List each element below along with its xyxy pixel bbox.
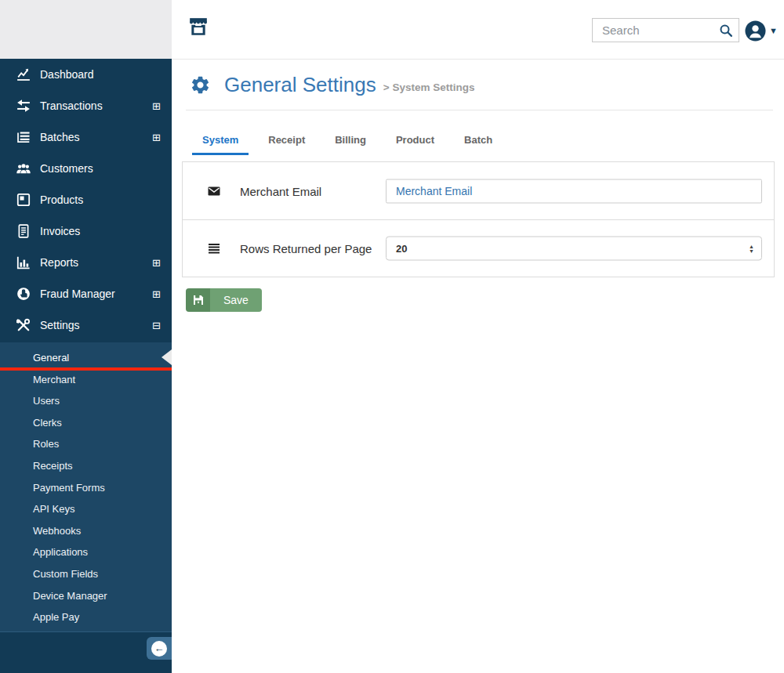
save-button[interactable]: Save xyxy=(186,288,262,312)
settings-form-card: Merchant Email Rows Returned per Page 20… xyxy=(182,161,775,277)
bar-chart-icon xyxy=(16,255,31,270)
field-label-rows-per-page: Rows Returned per Page xyxy=(240,242,372,255)
collapse-sidebar-button[interactable]: ← xyxy=(147,637,172,660)
page-title: General Settings xyxy=(224,73,376,97)
submenu-label: Payment Forms xyxy=(33,482,105,494)
submenu-item-users[interactable]: Users xyxy=(0,390,172,412)
submenu-label: Receipts xyxy=(33,460,73,472)
sidebar-item-label: Settings xyxy=(40,319,80,331)
settings-submenu: General Merchant Users Clerks Roles Rece… xyxy=(0,342,172,631)
tab-system[interactable]: System xyxy=(192,134,249,155)
submenu-item-device-manager[interactable]: Device Manager xyxy=(0,585,172,607)
hand-stop-icon xyxy=(16,287,31,301)
swap-arrows-icon xyxy=(16,99,31,113)
sidebar: Dashboard Transactions ⊞ Batches ⊞ xyxy=(0,0,172,673)
merchant-email-input[interactable] xyxy=(386,179,762,203)
breadcrumb-separator: > xyxy=(383,81,390,93)
submenu-label: General xyxy=(33,352,69,364)
breadcrumb: >System Settings xyxy=(383,81,475,93)
submenu-label: Clerks xyxy=(33,417,62,429)
sidebar-item-label: Fraud Manager xyxy=(40,288,115,300)
submenu-item-roles[interactable]: Roles xyxy=(0,433,172,455)
sidebar-item-batches[interactable]: Batches ⊞ xyxy=(0,121,172,153)
sidebar-nav: Dashboard Transactions ⊞ Batches ⊞ xyxy=(0,59,172,341)
rows-icon xyxy=(208,243,220,254)
submenu-item-payment-forms[interactable]: Payment Forms xyxy=(0,477,172,499)
title-divider xyxy=(186,110,773,110)
rows-per-page-select[interactable]: 20 ▲▼ xyxy=(386,237,762,261)
users-icon xyxy=(16,161,31,175)
submenu-label: Merchant xyxy=(33,374,75,385)
search-input[interactable] xyxy=(593,19,739,42)
gear-icon xyxy=(190,74,211,96)
submenu-item-webhooks[interactable]: Webhooks xyxy=(0,520,172,542)
submenu-item-custom-fields[interactable]: Custom Fields xyxy=(0,563,172,585)
storefront-icon[interactable] xyxy=(188,16,209,40)
select-value: 20 xyxy=(396,243,407,255)
submenu-label: Roles xyxy=(33,438,59,450)
sidebar-item-label: Reports xyxy=(40,256,78,269)
search-box xyxy=(592,18,739,42)
topbar: ▼ xyxy=(172,0,784,60)
sidebar-logo-area xyxy=(0,0,172,59)
submenu-label: Custom Fields xyxy=(33,568,98,580)
sidebar-item-settings[interactable]: Settings ⊟ xyxy=(0,309,172,341)
submenu-item-clerks[interactable]: Clerks xyxy=(0,412,172,434)
tab-product[interactable]: Product xyxy=(386,134,445,155)
invoice-icon xyxy=(16,224,31,238)
submenu-item-applications[interactable]: Applications xyxy=(0,541,172,563)
sidebar-item-invoices[interactable]: Invoices xyxy=(0,215,172,247)
form-row-merchant-email: Merchant Email xyxy=(183,162,774,219)
sidebar-item-reports[interactable]: Reports ⊞ xyxy=(0,247,172,278)
tab-billing[interactable]: Billing xyxy=(325,134,376,155)
sidebar-item-fraud-manager[interactable]: Fraud Manager ⊞ xyxy=(0,278,172,309)
sidebar-item-label: Transactions xyxy=(40,100,103,112)
main-content: General Settings >System Settings System… xyxy=(172,60,784,673)
breadcrumb-label: System Settings xyxy=(393,81,475,93)
expand-icon[interactable]: ⊞ xyxy=(152,258,161,268)
arrow-left-icon: ← xyxy=(151,641,167,657)
submenu-item-receipts[interactable]: Receipts xyxy=(0,455,172,477)
submenu-label: Apple Pay xyxy=(33,611,79,623)
sidebar-item-transactions[interactable]: Transactions ⊞ xyxy=(0,90,172,121)
sidebar-item-customers[interactable]: Customers xyxy=(0,153,172,184)
user-avatar-icon[interactable] xyxy=(745,20,766,42)
sidebar-item-label: Products xyxy=(40,194,83,206)
submenu-label: Applications xyxy=(33,546,88,558)
submenu-label: Webhooks xyxy=(33,525,81,537)
app-root: Dashboard Transactions ⊞ Batches ⊞ xyxy=(0,0,784,673)
submenu-item-api-keys[interactable]: API Keys xyxy=(0,498,172,520)
submenu-label: API Keys xyxy=(33,503,74,515)
select-stepper-icon: ▲▼ xyxy=(749,244,754,253)
tab-batch[interactable]: Batch xyxy=(454,134,503,155)
sidebar-footer: ← xyxy=(0,631,172,673)
tools-icon xyxy=(16,318,31,332)
search-icon[interactable] xyxy=(719,24,733,38)
sidebar-item-label: Customers xyxy=(40,162,93,175)
box-icon xyxy=(16,193,31,207)
submenu-label: Device Manager xyxy=(33,590,107,602)
submenu-item-apple-pay[interactable]: Apple Pay xyxy=(0,606,172,628)
submenu-item-merchant[interactable]: Merchant xyxy=(0,369,172,391)
sidebar-item-label: Dashboard xyxy=(40,68,94,81)
batch-list-icon xyxy=(16,130,31,144)
sidebar-item-label: Invoices xyxy=(40,225,80,237)
save-label: Save xyxy=(210,288,262,312)
submenu-label: Users xyxy=(33,395,60,407)
form-row-rows-per-page: Rows Returned per Page 20 ▲▼ xyxy=(183,219,774,277)
sidebar-item-dashboard[interactable]: Dashboard xyxy=(0,59,172,90)
expand-icon[interactable]: ⊞ xyxy=(152,101,161,111)
sidebar-item-products[interactable]: Products xyxy=(0,184,172,215)
envelope-icon xyxy=(208,186,220,197)
expand-icon[interactable]: ⊞ xyxy=(152,132,161,143)
page-header: General Settings >System Settings xyxy=(172,60,784,110)
tab-receipt[interactable]: Receipt xyxy=(258,134,315,155)
collapse-icon[interactable]: ⊟ xyxy=(152,320,161,331)
submenu-item-general[interactable]: General xyxy=(0,347,172,369)
expand-icon[interactable]: ⊞ xyxy=(152,289,161,299)
sidebar-item-label: Batches xyxy=(40,131,80,143)
chevron-down-icon[interactable]: ▼ xyxy=(769,26,778,35)
save-disk-icon xyxy=(186,288,210,312)
field-label-merchant-email: Merchant Email xyxy=(240,184,321,197)
settings-tabs: System Receipt Billing Product Batch xyxy=(172,110,784,155)
